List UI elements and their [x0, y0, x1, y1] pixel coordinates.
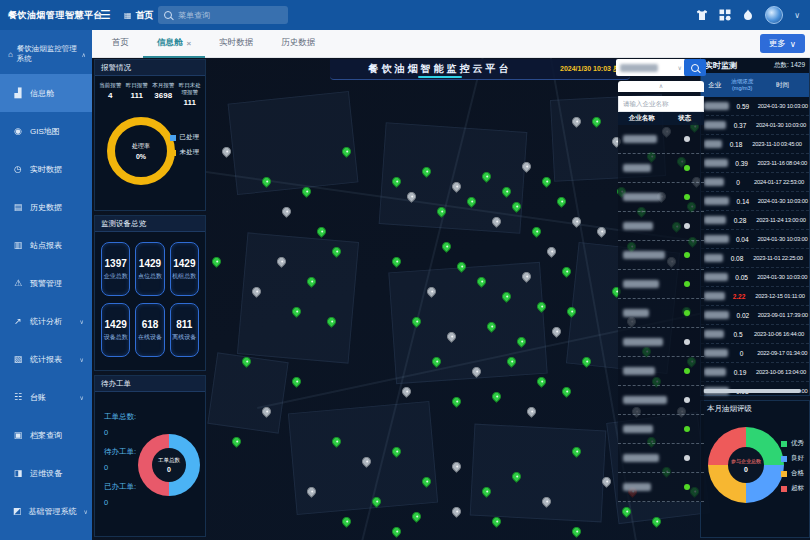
table-row[interactable]: 02024-01-17 22:53:00 — [701, 173, 809, 192]
map-pin[interactable] — [440, 240, 453, 253]
table-row[interactable]: 0.392023-11-16 08:04:00 — [701, 154, 809, 173]
sidebar-item-ledger[interactable]: ☷台账∨ — [0, 378, 92, 416]
company-name-blurred — [704, 197, 729, 205]
company-row[interactable] — [618, 357, 704, 386]
map-pin[interactable] — [555, 195, 568, 208]
sidebar-item-info[interactable]: ▟信息舱 — [0, 74, 92, 112]
map-pin[interactable] — [550, 325, 563, 338]
menu-search[interactable] — [158, 6, 288, 24]
more-button[interactable]: 更多 ∨ — [760, 34, 805, 53]
device-card: 811离线设备 — [170, 303, 199, 357]
map-pin[interactable] — [450, 460, 463, 473]
company-row[interactable] — [618, 386, 704, 415]
map-pin[interactable] — [530, 225, 543, 238]
sidebar-item-gis[interactable]: ◉GIS地图 — [0, 112, 92, 150]
sidebar-item-base-system[interactable]: ◩基础管理系统∨ — [0, 492, 92, 530]
company-row[interactable] — [618, 444, 704, 473]
company-name-blurred — [704, 216, 726, 224]
table-row[interactable]: 0.592024-01-30 10:03:00 — [701, 97, 809, 116]
map-pin[interactable] — [410, 510, 423, 523]
apps-icon[interactable] — [719, 9, 731, 21]
search-icon — [691, 64, 699, 72]
history-data-icon: ▤ — [13, 202, 23, 212]
menu-search-input[interactable] — [176, 10, 270, 21]
tab-home[interactable]: 首页 — [98, 30, 143, 56]
close-icon[interactable]: × — [187, 39, 192, 48]
map-pin[interactable] — [315, 225, 328, 238]
company-row[interactable] — [618, 125, 704, 154]
table-row[interactable]: 0.52023-10-06 16:44:00 — [701, 325, 809, 344]
sidebar-item-realtime[interactable]: ◷实时数据 — [0, 150, 92, 188]
table-row[interactable]: 0.372024-01-30 10:03:00 — [701, 116, 809, 135]
device-ops-icon: ◨ — [13, 468, 23, 478]
company-name-blurred — [623, 454, 659, 462]
map-pin[interactable] — [450, 395, 463, 408]
map-pin[interactable] — [570, 525, 583, 538]
tab-realtime[interactable]: 实时数据 — [205, 30, 267, 56]
company-row[interactable] — [618, 299, 704, 328]
chevron-down-icon[interactable]: ∨ — [794, 11, 800, 20]
rating-panel-title: 本月油烟评级 — [701, 401, 809, 416]
company-select[interactable]: ∨ — [616, 59, 686, 76]
map-pin[interactable] — [535, 375, 548, 388]
map-pin[interactable] — [340, 515, 353, 528]
alarm-stat: 本月报警3698 — [150, 82, 177, 107]
sidebar-system-header[interactable]: ⌂ 餐饮油烟监控管理系统 ∧ — [0, 30, 92, 74]
map-pin[interactable] — [540, 175, 553, 188]
sidebar-item-ops-device[interactable]: ◨运维设备 — [0, 454, 92, 492]
table-row[interactable]: 0.022023-09-01 17:39:00 — [701, 306, 809, 325]
avatar[interactable] — [765, 6, 783, 24]
timestamp: 2024-01-30 10:03:00 — [756, 236, 809, 242]
map-pin[interactable] — [390, 525, 403, 538]
sidebar-item-archive[interactable]: ▣档案查询 — [0, 416, 92, 454]
map-pin[interactable] — [290, 375, 303, 388]
table-row[interactable]: 0.052024-01-30 10:03:00 — [701, 268, 809, 287]
table-row[interactable]: 0.082023-11-01 22:25:00 — [701, 249, 809, 268]
company-row[interactable] — [618, 328, 704, 357]
status-dot — [684, 165, 690, 171]
map-pin[interactable] — [220, 145, 233, 158]
table-row[interactable]: 0.142024-01-30 10:03:00 — [701, 192, 809, 211]
table-row[interactable]: 0.182023-11-10 03:45:00 — [701, 135, 809, 154]
map-pin[interactable] — [390, 255, 403, 268]
sidebar-item-stat-analysis[interactable]: ↗统计分析∨ — [0, 302, 92, 340]
company-row[interactable] — [618, 270, 704, 299]
map-pin[interactable] — [280, 205, 293, 218]
company-search-button[interactable] — [684, 59, 706, 76]
company-row[interactable] — [618, 183, 704, 212]
sidebar-item-alert-manage[interactable]: ⚠预警管理 — [0, 264, 92, 302]
collapse-handle[interactable]: ∧ — [618, 81, 704, 92]
breadcrumb-home[interactable]: ▦ 首页 — [124, 0, 154, 30]
map-pin[interactable] — [210, 255, 223, 268]
map-pin[interactable] — [525, 405, 538, 418]
company-row[interactable] — [618, 212, 704, 241]
company-name-blurred — [623, 309, 649, 317]
company-name-input[interactable] — [618, 96, 704, 112]
shirt-icon[interactable] — [696, 9, 708, 21]
table-row[interactable]: 0.042024-01-30 10:03:00 — [701, 230, 809, 249]
sidebar-item-stat-report[interactable]: ▧统计报表∨ — [0, 340, 92, 378]
map-pin[interactable] — [400, 385, 413, 398]
tab-info[interactable]: 信息舱× — [143, 30, 205, 58]
company-row[interactable] — [618, 415, 704, 444]
company-row[interactable] — [618, 473, 704, 502]
map-pin[interactable] — [230, 435, 243, 448]
sidebar-item-history[interactable]: ▤历史数据 — [0, 188, 92, 226]
tab-history[interactable]: 历史数据 — [267, 30, 329, 56]
map-pin[interactable] — [560, 265, 573, 278]
map-pin[interactable] — [545, 245, 558, 258]
table-row[interactable]: 2.222023-12-15 01:11:00 — [701, 287, 809, 306]
company-row[interactable] — [618, 154, 704, 183]
map-pin[interactable] — [560, 385, 573, 398]
map-pin[interactable] — [450, 505, 463, 518]
table-row[interactable]: 02022-09-17 01:34:00 — [701, 344, 809, 363]
table-row[interactable]: 0.282023-11-24 13:00:00 — [701, 211, 809, 230]
sidebar-item-site-report[interactable]: ▥站点报表 — [0, 226, 92, 264]
chevron-down-icon: ∨ — [80, 318, 84, 325]
flame-icon[interactable] — [742, 9, 754, 21]
map-pin[interactable] — [490, 390, 503, 403]
table-row[interactable]: 0.192023-10-06 13:04:00 — [701, 363, 809, 382]
company-row[interactable] — [618, 241, 704, 270]
menu-toggle-icon[interactable]: ☰ — [100, 0, 111, 30]
horizontal-scrollbar[interactable] — [703, 389, 801, 393]
